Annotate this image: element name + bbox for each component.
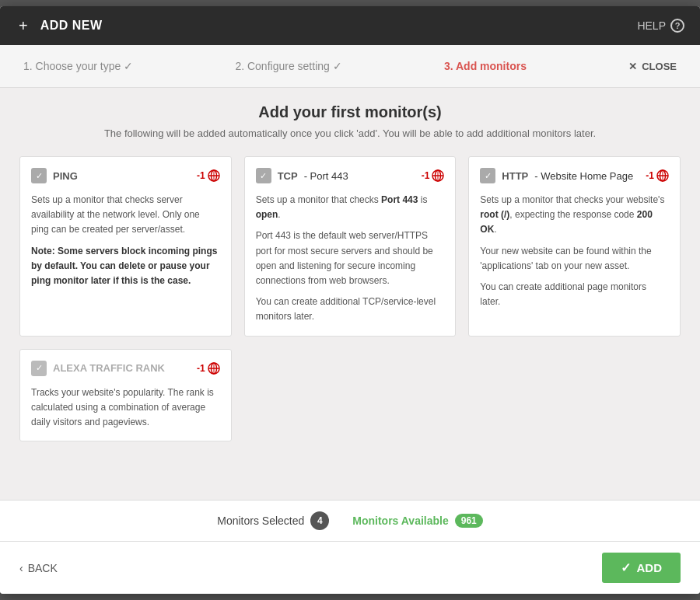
- monitor-card-alexa: ✓ ALEXA TRAFFIC RANK -1 Track: [19, 349, 232, 442]
- steps-bar: 1. Choose your type ✓ 2. Configure setti…: [0, 45, 700, 88]
- monitor-type-http: HTTP: [502, 170, 528, 182]
- add-button[interactable]: ✓ ADD: [602, 553, 681, 583]
- monitor-card-tcp: ✓ TCP - Port 443 -1: [244, 156, 457, 337]
- step-1: 1. Choose your type ✓: [23, 60, 133, 72]
- globe-icon-ping: [208, 169, 220, 182]
- card-header-alexa: ✓ ALEXA TRAFFIC RANK -1: [31, 361, 220, 376]
- card-body-ping: Sets up a monitor that checks server ava…: [31, 193, 220, 288]
- add-label: ADD: [637, 561, 663, 574]
- top-bar-left: + ADD NEW: [16, 14, 103, 38]
- step-2: 2. Configure setting ✓: [235, 60, 341, 72]
- card-body-http: Sets up a monitor that checks your websi…: [480, 193, 669, 309]
- step-3: 3. Add monitors: [444, 60, 527, 72]
- plus-button[interactable]: +: [16, 14, 31, 38]
- monitors-available-label: Monitors Available: [352, 515, 448, 527]
- top-bar: + ADD NEW HELP ?: [0, 6, 700, 45]
- card-header-ping: ✓ PING -1: [31, 168, 220, 183]
- monitor-card-ping: ✓ PING -1 Sets up a monitor t: [19, 156, 232, 337]
- check-icon-ping: ✓: [31, 168, 47, 183]
- badge-ping: -1: [197, 169, 220, 182]
- card-body-alexa: Tracks your website's popularity. The ra…: [31, 385, 220, 431]
- monitors-available: Monitors Available 961: [352, 514, 482, 528]
- close-label: CLOSE: [642, 61, 677, 72]
- badge-alexa: -1: [197, 362, 220, 375]
- check-icon-tcp: ✓: [256, 168, 271, 183]
- add-new-label: ADD NEW: [40, 19, 103, 33]
- add-check-icon: ✓: [621, 560, 631, 575]
- back-label: BACK: [28, 562, 58, 574]
- monitor-subtype-http: - Website Home Page: [534, 170, 633, 182]
- monitor-type-ping: PING: [53, 170, 78, 182]
- available-count-badge: 961: [455, 514, 483, 528]
- card-header-tcp: ✓ TCP - Port 443 -1: [256, 168, 445, 183]
- card-header-http: ✓ HTTP - Website Home Page -1: [480, 168, 669, 183]
- page-title: Add your first monitor(s): [19, 103, 681, 121]
- monitor-grid-row2: ✓ ALEXA TRAFFIC RANK -1 Track: [19, 349, 681, 442]
- monitors-selected-label: Monitors Selected: [217, 515, 304, 527]
- bottom-status-bar: Monitors Selected 4 Monitors Available 9…: [0, 500, 700, 541]
- page-subtitle: The following will be added automaticall…: [19, 127, 681, 139]
- modal: + ADD NEW HELP ? 1. Choose your type ✓ 2…: [0, 6, 700, 594]
- back-chevron-icon: ‹: [19, 562, 23, 574]
- globe-icon-http: [656, 169, 669, 182]
- monitor-subtype-tcp: - Port 443: [304, 170, 348, 182]
- globe-icon-alexa: [208, 362, 220, 375]
- monitor-card-http: ✓ HTTP - Website Home Page -1: [468, 156, 681, 337]
- back-button[interactable]: ‹ BACK: [19, 562, 58, 574]
- badge-http: -1: [646, 169, 669, 182]
- content-area: Add your first monitor(s) The following …: [0, 88, 700, 500]
- footer-bar: ‹ BACK ✓ ADD: [0, 541, 700, 594]
- monitor-type-tcp: TCP: [278, 170, 298, 182]
- help-icon: ?: [670, 19, 684, 33]
- help-button[interactable]: HELP ?: [637, 19, 684, 33]
- help-label: HELP: [637, 19, 666, 32]
- selected-count-badge: 4: [310, 511, 329, 530]
- monitor-type-alexa: ALEXA TRAFFIC RANK: [53, 362, 165, 374]
- monitors-selected: Monitors Selected 4: [217, 511, 329, 530]
- badge-tcp: -1: [422, 169, 445, 182]
- check-icon-http: ✓: [480, 168, 495, 183]
- globe-icon-tcp: [432, 169, 444, 182]
- check-icon-alexa: ✓: [31, 361, 47, 376]
- close-button[interactable]: ✕ CLOSE: [628, 61, 677, 72]
- card-body-tcp: Sets up a monitor that checks Port 443 i…: [256, 193, 445, 325]
- monitor-grid: ✓ PING -1 Sets up a monitor t: [19, 156, 681, 337]
